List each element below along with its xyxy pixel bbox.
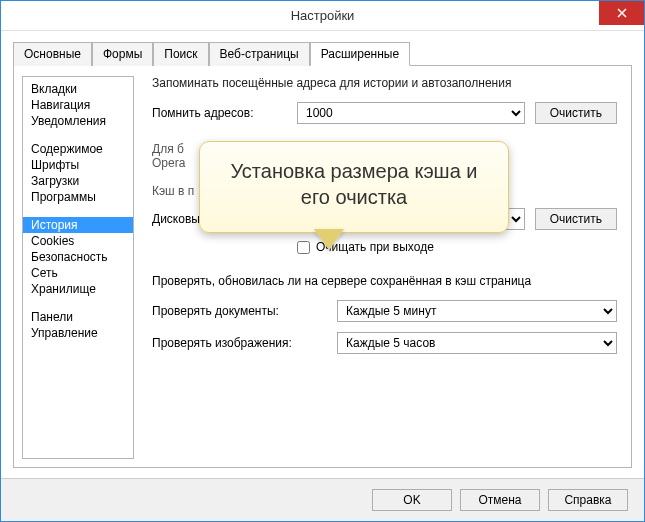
close-icon [617,8,627,18]
sidebar-item-tabs[interactable]: Вкладки [23,81,133,97]
sidebar-group-3: История Cookies Безопасность Сеть Хранил… [23,217,133,297]
tab-strip: Основные Формы Поиск Веб-страницы Расшир… [13,41,632,66]
check-images-row: Проверять изображения: Каждые 5 часов [152,332,617,354]
sidebar-item-downloads[interactable]: Загрузки [23,173,133,189]
main-panel: Запоминать посещённые адреса для истории… [146,76,623,459]
sidebar-item-network[interactable]: Сеть [23,265,133,281]
history-section-title: Запоминать посещённые адреса для истории… [152,76,617,90]
tab-advanced[interactable]: Расширенные [310,42,411,66]
help-button[interactable]: Справка [548,489,628,511]
check-images-label: Проверять изображения: [152,336,327,350]
sidebar-item-cookies[interactable]: Cookies [23,233,133,249]
sidebar-item-panels[interactable]: Панели [23,309,133,325]
sidebar-item-storage[interactable]: Хранилище [23,281,133,297]
tooltip-callout: Установка размера кэша и его очистка [199,141,509,233]
sidebar-group-1: Вкладки Навигация Уведомления [23,81,133,129]
tab-basic[interactable]: Основные [13,42,92,66]
content-area: Основные Формы Поиск Веб-страницы Расшир… [1,31,644,478]
settings-window: Настройки Основные Формы Поиск Веб-стран… [0,0,645,522]
sidebar-item-notifications[interactable]: Уведомления [23,113,133,129]
tab-webpages[interactable]: Веб-страницы [209,42,310,66]
check-server-line: Проверять, обновилась ли на сервере сохр… [152,274,617,288]
check-documents-row: Проверять документы: Каждые 5 минут [152,300,617,322]
callout-tail-icon [315,230,343,250]
sidebar-item-history[interactable]: История [23,217,133,233]
sidebar: Вкладки Навигация Уведомления Содержимое… [22,76,134,459]
close-button[interactable] [599,1,644,25]
tab-search[interactable]: Поиск [153,42,208,66]
callout-text: Установка размера кэша и его очистка [230,160,477,208]
tab-body: Вкладки Навигация Уведомления Содержимое… [13,66,632,468]
window-title: Настройки [1,8,644,23]
sidebar-item-programs[interactable]: Программы [23,189,133,205]
clear-on-exit-checkbox[interactable] [297,241,310,254]
remember-addresses-row: Помнить адресов: 1000 Очистить [152,102,617,124]
clear-history-button[interactable]: Очистить [535,102,617,124]
sidebar-group-4: Панели Управление [23,309,133,341]
check-documents-select[interactable]: Каждые 5 минут [337,300,617,322]
check-documents-label: Проверять документы: [152,304,327,318]
cancel-button[interactable]: Отмена [460,489,540,511]
sidebar-item-navigation[interactable]: Навигация [23,97,133,113]
sidebar-group-2: Содержимое Шрифты Загрузки Программы [23,141,133,205]
sidebar-item-management[interactable]: Управление [23,325,133,341]
remember-addresses-select[interactable]: 1000 [297,102,525,124]
sidebar-item-security[interactable]: Безопасность [23,249,133,265]
tab-forms[interactable]: Формы [92,42,153,66]
remember-addresses-label: Помнить адресов: [152,106,287,120]
clear-on-exit-row: Очищать при выходе [297,240,617,254]
check-images-select[interactable]: Каждые 5 часов [337,332,617,354]
sidebar-item-content[interactable]: Содержимое [23,141,133,157]
titlebar: Настройки [1,1,644,31]
ok-button[interactable]: OK [372,489,452,511]
button-bar: OK Отмена Справка [1,478,644,521]
clear-cache-button[interactable]: Очистить [535,208,617,230]
sidebar-item-fonts[interactable]: Шрифты [23,157,133,173]
